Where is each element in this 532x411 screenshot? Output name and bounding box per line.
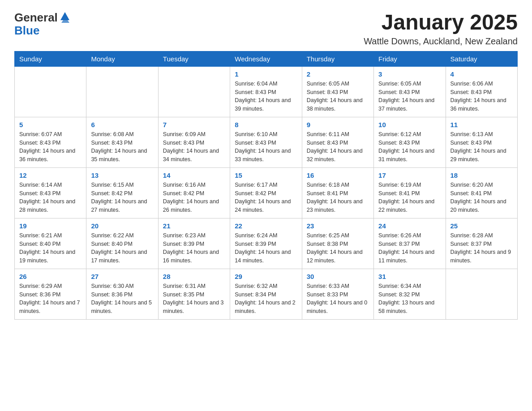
- day-info: Sunrise: 6:13 AMSunset: 8:43 PMDaylight:…: [450, 130, 513, 164]
- weekday-header-friday: Friday: [374, 51, 446, 66]
- day-info: Sunrise: 6:33 AMSunset: 8:33 PMDaylight:…: [307, 282, 369, 316]
- calendar-week-row: 5Sunrise: 6:07 AMSunset: 8:43 PMDaylight…: [15, 117, 518, 167]
- logo: General Blue: [14, 11, 71, 36]
- day-number: 9: [307, 121, 369, 128]
- day-number: 29: [235, 273, 297, 280]
- day-number: 2: [307, 70, 369, 78]
- day-number: 1: [235, 70, 297, 78]
- calendar-table: SundayMondayTuesdayWednesdayThursdayFrid…: [14, 51, 518, 320]
- weekday-header-thursday: Thursday: [302, 51, 373, 66]
- day-info: Sunrise: 6:20 AMSunset: 8:41 PMDaylight:…: [450, 181, 513, 214]
- day-info: Sunrise: 6:10 AMSunset: 8:43 PMDaylight:…: [235, 130, 297, 164]
- calendar-cell: 26Sunrise: 6:29 AMSunset: 8:36 PMDayligh…: [15, 269, 86, 319]
- day-number: 22: [235, 222, 297, 230]
- calendar-cell: 29Sunrise: 6:32 AMSunset: 8:34 PMDayligh…: [230, 269, 302, 319]
- day-number: 23: [307, 222, 369, 230]
- day-number: 16: [307, 171, 369, 179]
- calendar-cell: 24Sunrise: 6:26 AMSunset: 8:37 PMDayligh…: [374, 218, 446, 269]
- calendar-cell: 20Sunrise: 6:22 AMSunset: 8:40 PMDayligh…: [86, 218, 158, 269]
- calendar-cell: 18Sunrise: 6:20 AMSunset: 8:41 PMDayligh…: [446, 167, 517, 218]
- calendar-cell: [158, 66, 230, 117]
- day-info: Sunrise: 6:21 AMSunset: 8:40 PMDaylight:…: [19, 231, 82, 265]
- day-info: Sunrise: 6:05 AMSunset: 8:43 PMDaylight:…: [378, 80, 441, 113]
- calendar-cell: [86, 66, 158, 117]
- calendar-cell: 21Sunrise: 6:23 AMSunset: 8:39 PMDayligh…: [158, 218, 230, 269]
- day-info: Sunrise: 6:18 AMSunset: 8:41 PMDaylight:…: [307, 181, 369, 214]
- page-header: General Blue January 2025 Wattle Downs, …: [14, 11, 518, 47]
- day-number: 24: [378, 222, 441, 230]
- day-number: 31: [378, 273, 441, 280]
- day-info: Sunrise: 6:24 AMSunset: 8:39 PMDaylight:…: [235, 231, 297, 265]
- day-number: 4: [450, 70, 513, 78]
- calendar-header-row: SundayMondayTuesdayWednesdayThursdayFrid…: [15, 51, 518, 66]
- day-number: 27: [91, 273, 153, 280]
- calendar-cell: 28Sunrise: 6:31 AMSunset: 8:35 PMDayligh…: [158, 269, 230, 319]
- calendar-cell: 14Sunrise: 6:16 AMSunset: 8:42 PMDayligh…: [158, 167, 230, 218]
- day-number: 8: [235, 121, 297, 128]
- day-number: 14: [163, 171, 225, 179]
- day-number: 11: [450, 121, 513, 128]
- day-number: 21: [163, 222, 225, 230]
- calendar-cell: 15Sunrise: 6:17 AMSunset: 8:42 PMDayligh…: [230, 167, 302, 218]
- day-number: 3: [378, 70, 441, 78]
- day-info: Sunrise: 6:15 AMSunset: 8:42 PMDaylight:…: [91, 181, 153, 214]
- day-number: 15: [235, 171, 297, 179]
- day-number: 26: [19, 273, 82, 280]
- day-info: Sunrise: 6:26 AMSunset: 8:37 PMDaylight:…: [378, 231, 441, 265]
- calendar-cell: 23Sunrise: 6:25 AMSunset: 8:38 PMDayligh…: [302, 218, 373, 269]
- day-info: Sunrise: 6:32 AMSunset: 8:34 PMDaylight:…: [235, 282, 297, 316]
- day-number: 20: [91, 222, 153, 230]
- day-number: 18: [450, 171, 513, 179]
- day-number: 10: [378, 121, 441, 128]
- day-info: Sunrise: 6:11 AMSunset: 8:43 PMDaylight:…: [307, 130, 369, 164]
- day-info: Sunrise: 6:28 AMSunset: 8:37 PMDaylight:…: [450, 231, 513, 265]
- calendar-cell: 7Sunrise: 6:09 AMSunset: 8:43 PMDaylight…: [158, 117, 230, 167]
- calendar-cell: 4Sunrise: 6:06 AMSunset: 8:43 PMDaylight…: [446, 66, 517, 117]
- day-info: Sunrise: 6:07 AMSunset: 8:43 PMDaylight:…: [19, 130, 82, 164]
- calendar-cell: 6Sunrise: 6:08 AMSunset: 8:43 PMDaylight…: [86, 117, 158, 167]
- day-info: Sunrise: 6:34 AMSunset: 8:32 PMDaylight:…: [378, 282, 441, 316]
- svg-marker-1: [61, 20, 69, 23]
- calendar-cell: [446, 269, 517, 319]
- weekday-header-monday: Monday: [86, 51, 158, 66]
- day-number: 30: [307, 273, 369, 280]
- day-number: 7: [163, 121, 225, 128]
- location: Wattle Downs, Auckland, New Zealand: [364, 36, 518, 47]
- day-info: Sunrise: 6:06 AMSunset: 8:43 PMDaylight:…: [450, 80, 513, 113]
- day-info: Sunrise: 6:30 AMSunset: 8:36 PMDaylight:…: [91, 282, 153, 316]
- calendar-cell: 10Sunrise: 6:12 AMSunset: 8:43 PMDayligh…: [374, 117, 446, 167]
- day-number: 25: [450, 222, 513, 230]
- weekday-header-saturday: Saturday: [446, 51, 517, 66]
- day-info: Sunrise: 6:17 AMSunset: 8:42 PMDaylight:…: [235, 181, 297, 214]
- day-info: Sunrise: 6:09 AMSunset: 8:43 PMDaylight:…: [163, 130, 225, 164]
- calendar-cell: 2Sunrise: 6:05 AMSunset: 8:43 PMDaylight…: [302, 66, 373, 117]
- calendar-week-row: 19Sunrise: 6:21 AMSunset: 8:40 PMDayligh…: [15, 218, 518, 269]
- day-number: 13: [91, 171, 153, 179]
- day-info: Sunrise: 6:12 AMSunset: 8:43 PMDaylight:…: [378, 130, 441, 164]
- month-title: January 2025: [364, 11, 518, 34]
- calendar-cell: 31Sunrise: 6:34 AMSunset: 8:32 PMDayligh…: [374, 269, 446, 319]
- calendar-cell: 22Sunrise: 6:24 AMSunset: 8:39 PMDayligh…: [230, 218, 302, 269]
- calendar-cell: 5Sunrise: 6:07 AMSunset: 8:43 PMDaylight…: [15, 117, 86, 167]
- calendar-cell: 9Sunrise: 6:11 AMSunset: 8:43 PMDaylight…: [302, 117, 373, 167]
- calendar-cell: 16Sunrise: 6:18 AMSunset: 8:41 PMDayligh…: [302, 167, 373, 218]
- svg-marker-0: [60, 12, 69, 20]
- calendar-cell: 13Sunrise: 6:15 AMSunset: 8:42 PMDayligh…: [86, 167, 158, 218]
- day-number: 5: [19, 121, 82, 128]
- day-info: Sunrise: 6:29 AMSunset: 8:36 PMDaylight:…: [19, 282, 82, 316]
- day-info: Sunrise: 6:31 AMSunset: 8:35 PMDaylight:…: [163, 282, 225, 316]
- calendar-cell: 27Sunrise: 6:30 AMSunset: 8:36 PMDayligh…: [86, 269, 158, 319]
- day-number: 12: [19, 171, 82, 179]
- day-info: Sunrise: 6:16 AMSunset: 8:42 PMDaylight:…: [163, 181, 225, 214]
- calendar-cell: 8Sunrise: 6:10 AMSunset: 8:43 PMDaylight…: [230, 117, 302, 167]
- day-number: 19: [19, 222, 82, 230]
- calendar-cell: 25Sunrise: 6:28 AMSunset: 8:37 PMDayligh…: [446, 218, 517, 269]
- weekday-header-sunday: Sunday: [15, 51, 86, 66]
- logo-icon: [59, 10, 71, 23]
- calendar-cell: 17Sunrise: 6:19 AMSunset: 8:41 PMDayligh…: [374, 167, 446, 218]
- logo-blue-text: Blue: [14, 25, 39, 36]
- day-info: Sunrise: 6:22 AMSunset: 8:40 PMDaylight:…: [91, 231, 153, 265]
- calendar-cell: 30Sunrise: 6:33 AMSunset: 8:33 PMDayligh…: [302, 269, 373, 319]
- calendar-cell: 3Sunrise: 6:05 AMSunset: 8:43 PMDaylight…: [374, 66, 446, 117]
- day-info: Sunrise: 6:05 AMSunset: 8:43 PMDaylight:…: [307, 80, 369, 113]
